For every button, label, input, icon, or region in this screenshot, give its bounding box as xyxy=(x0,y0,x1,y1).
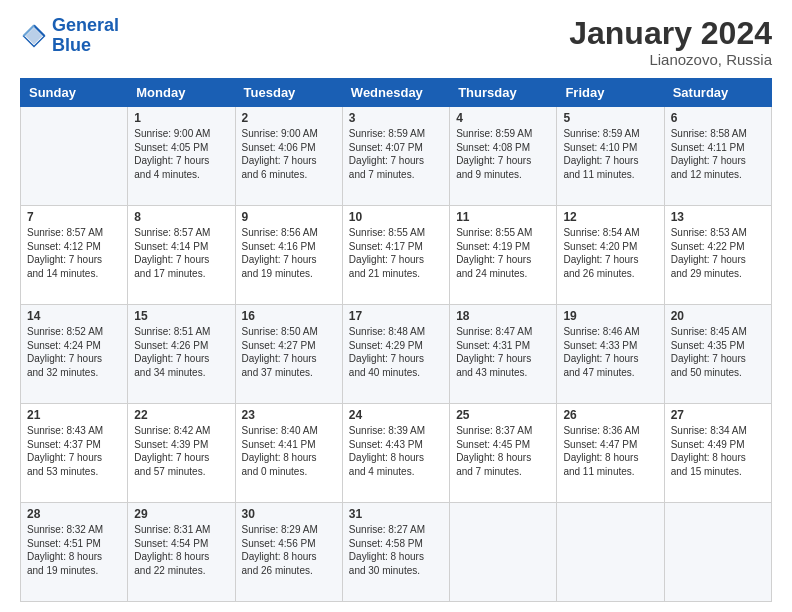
month-title: January 2024 xyxy=(569,16,772,51)
day-number: 9 xyxy=(242,210,336,224)
day-info: Sunrise: 8:31 AMSunset: 4:54 PMDaylight:… xyxy=(134,523,228,577)
calendar-cell: 7Sunrise: 8:57 AMSunset: 4:12 PMDaylight… xyxy=(21,206,128,305)
weekday-header-friday: Friday xyxy=(557,79,664,107)
calendar-cell: 22Sunrise: 8:42 AMSunset: 4:39 PMDayligh… xyxy=(128,404,235,503)
day-info: Sunrise: 8:40 AMSunset: 4:41 PMDaylight:… xyxy=(242,424,336,478)
calendar-week-row: 1Sunrise: 9:00 AMSunset: 4:05 PMDaylight… xyxy=(21,107,772,206)
location: Lianozovo, Russia xyxy=(569,51,772,68)
calendar-header: SundayMondayTuesdayWednesdayThursdayFrid… xyxy=(21,79,772,107)
day-number: 27 xyxy=(671,408,765,422)
day-number: 28 xyxy=(27,507,121,521)
day-info: Sunrise: 8:29 AMSunset: 4:56 PMDaylight:… xyxy=(242,523,336,577)
weekday-header-monday: Monday xyxy=(128,79,235,107)
day-info: Sunrise: 8:55 AMSunset: 4:19 PMDaylight:… xyxy=(456,226,550,280)
header: General Blue January 2024 Lianozovo, Rus… xyxy=(20,16,772,68)
day-number: 11 xyxy=(456,210,550,224)
day-info: Sunrise: 9:00 AMSunset: 4:05 PMDaylight:… xyxy=(134,127,228,181)
day-info: Sunrise: 8:46 AMSunset: 4:33 PMDaylight:… xyxy=(563,325,657,379)
calendar-table: SundayMondayTuesdayWednesdayThursdayFrid… xyxy=(20,78,772,602)
calendar-cell: 19Sunrise: 8:46 AMSunset: 4:33 PMDayligh… xyxy=(557,305,664,404)
day-info: Sunrise: 8:59 AMSunset: 4:10 PMDaylight:… xyxy=(563,127,657,181)
day-number: 20 xyxy=(671,309,765,323)
day-number: 25 xyxy=(456,408,550,422)
calendar-cell: 20Sunrise: 8:45 AMSunset: 4:35 PMDayligh… xyxy=(664,305,771,404)
day-number: 1 xyxy=(134,111,228,125)
day-info: Sunrise: 8:39 AMSunset: 4:43 PMDaylight:… xyxy=(349,424,443,478)
day-number: 8 xyxy=(134,210,228,224)
day-info: Sunrise: 8:43 AMSunset: 4:37 PMDaylight:… xyxy=(27,424,121,478)
calendar-cell xyxy=(664,503,771,602)
day-number: 30 xyxy=(242,507,336,521)
day-number: 18 xyxy=(456,309,550,323)
weekday-header-tuesday: Tuesday xyxy=(235,79,342,107)
day-info: Sunrise: 8:47 AMSunset: 4:31 PMDaylight:… xyxy=(456,325,550,379)
day-number: 6 xyxy=(671,111,765,125)
day-info: Sunrise: 8:51 AMSunset: 4:26 PMDaylight:… xyxy=(134,325,228,379)
calendar-cell: 3Sunrise: 8:59 AMSunset: 4:07 PMDaylight… xyxy=(342,107,449,206)
day-number: 14 xyxy=(27,309,121,323)
calendar-cell: 8Sunrise: 8:57 AMSunset: 4:14 PMDaylight… xyxy=(128,206,235,305)
weekday-header-wednesday: Wednesday xyxy=(342,79,449,107)
weekday-header-sunday: Sunday xyxy=(21,79,128,107)
calendar-cell: 12Sunrise: 8:54 AMSunset: 4:20 PMDayligh… xyxy=(557,206,664,305)
title-block: January 2024 Lianozovo, Russia xyxy=(569,16,772,68)
day-number: 23 xyxy=(242,408,336,422)
calendar-cell: 31Sunrise: 8:27 AMSunset: 4:58 PMDayligh… xyxy=(342,503,449,602)
day-number: 10 xyxy=(349,210,443,224)
day-number: 12 xyxy=(563,210,657,224)
day-info: Sunrise: 8:50 AMSunset: 4:27 PMDaylight:… xyxy=(242,325,336,379)
day-info: Sunrise: 8:59 AMSunset: 4:08 PMDaylight:… xyxy=(456,127,550,181)
day-number: 16 xyxy=(242,309,336,323)
day-info: Sunrise: 8:42 AMSunset: 4:39 PMDaylight:… xyxy=(134,424,228,478)
calendar-cell: 11Sunrise: 8:55 AMSunset: 4:19 PMDayligh… xyxy=(450,206,557,305)
calendar-cell: 16Sunrise: 8:50 AMSunset: 4:27 PMDayligh… xyxy=(235,305,342,404)
calendar-cell: 4Sunrise: 8:59 AMSunset: 4:08 PMDaylight… xyxy=(450,107,557,206)
calendar-cell: 17Sunrise: 8:48 AMSunset: 4:29 PMDayligh… xyxy=(342,305,449,404)
day-info: Sunrise: 8:48 AMSunset: 4:29 PMDaylight:… xyxy=(349,325,443,379)
day-number: 7 xyxy=(27,210,121,224)
day-info: Sunrise: 8:32 AMSunset: 4:51 PMDaylight:… xyxy=(27,523,121,577)
calendar-cell: 28Sunrise: 8:32 AMSunset: 4:51 PMDayligh… xyxy=(21,503,128,602)
calendar-week-row: 14Sunrise: 8:52 AMSunset: 4:24 PMDayligh… xyxy=(21,305,772,404)
day-number: 29 xyxy=(134,507,228,521)
day-info: Sunrise: 8:56 AMSunset: 4:16 PMDaylight:… xyxy=(242,226,336,280)
day-number: 5 xyxy=(563,111,657,125)
day-info: Sunrise: 8:53 AMSunset: 4:22 PMDaylight:… xyxy=(671,226,765,280)
calendar-cell xyxy=(557,503,664,602)
day-number: 22 xyxy=(134,408,228,422)
day-info: Sunrise: 8:55 AMSunset: 4:17 PMDaylight:… xyxy=(349,226,443,280)
day-number: 17 xyxy=(349,309,443,323)
calendar-cell: 24Sunrise: 8:39 AMSunset: 4:43 PMDayligh… xyxy=(342,404,449,503)
day-number: 15 xyxy=(134,309,228,323)
calendar-cell: 13Sunrise: 8:53 AMSunset: 4:22 PMDayligh… xyxy=(664,206,771,305)
logo-general: General xyxy=(52,15,119,35)
logo-text: General Blue xyxy=(52,16,119,56)
calendar-cell: 18Sunrise: 8:47 AMSunset: 4:31 PMDayligh… xyxy=(450,305,557,404)
day-info: Sunrise: 9:00 AMSunset: 4:06 PMDaylight:… xyxy=(242,127,336,181)
calendar-cell: 5Sunrise: 8:59 AMSunset: 4:10 PMDaylight… xyxy=(557,107,664,206)
calendar-page: General Blue January 2024 Lianozovo, Rus… xyxy=(0,0,792,612)
day-info: Sunrise: 8:27 AMSunset: 4:58 PMDaylight:… xyxy=(349,523,443,577)
day-info: Sunrise: 8:57 AMSunset: 4:12 PMDaylight:… xyxy=(27,226,121,280)
calendar-body: 1Sunrise: 9:00 AMSunset: 4:05 PMDaylight… xyxy=(21,107,772,602)
calendar-week-row: 28Sunrise: 8:32 AMSunset: 4:51 PMDayligh… xyxy=(21,503,772,602)
calendar-cell: 14Sunrise: 8:52 AMSunset: 4:24 PMDayligh… xyxy=(21,305,128,404)
calendar-week-row: 21Sunrise: 8:43 AMSunset: 4:37 PMDayligh… xyxy=(21,404,772,503)
calendar-cell: 6Sunrise: 8:58 AMSunset: 4:11 PMDaylight… xyxy=(664,107,771,206)
calendar-cell: 15Sunrise: 8:51 AMSunset: 4:26 PMDayligh… xyxy=(128,305,235,404)
day-info: Sunrise: 8:59 AMSunset: 4:07 PMDaylight:… xyxy=(349,127,443,181)
day-number: 19 xyxy=(563,309,657,323)
calendar-cell: 2Sunrise: 9:00 AMSunset: 4:06 PMDaylight… xyxy=(235,107,342,206)
day-number: 21 xyxy=(27,408,121,422)
day-info: Sunrise: 8:57 AMSunset: 4:14 PMDaylight:… xyxy=(134,226,228,280)
day-number: 24 xyxy=(349,408,443,422)
day-info: Sunrise: 8:36 AMSunset: 4:47 PMDaylight:… xyxy=(563,424,657,478)
calendar-cell xyxy=(450,503,557,602)
day-number: 26 xyxy=(563,408,657,422)
calendar-cell: 29Sunrise: 8:31 AMSunset: 4:54 PMDayligh… xyxy=(128,503,235,602)
day-number: 3 xyxy=(349,111,443,125)
calendar-cell: 1Sunrise: 9:00 AMSunset: 4:05 PMDaylight… xyxy=(128,107,235,206)
logo-blue: Blue xyxy=(52,35,91,55)
logo-icon xyxy=(20,22,48,50)
day-info: Sunrise: 8:52 AMSunset: 4:24 PMDaylight:… xyxy=(27,325,121,379)
